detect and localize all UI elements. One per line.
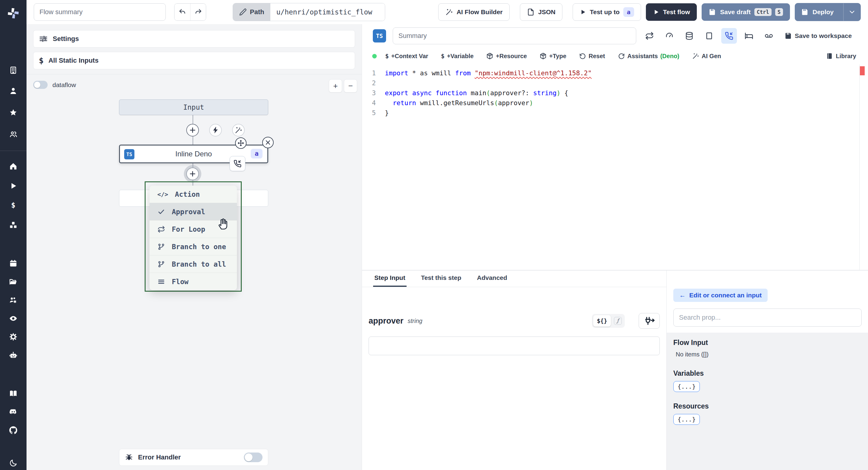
sidebar-item-home[interactable] (0, 156, 27, 176)
repeat-toggle-button[interactable] (642, 28, 657, 44)
save-to-workspace-button[interactable]: Save to workspace (784, 32, 852, 40)
dataflow-toggle[interactable] (33, 81, 48, 89)
sidebar-item-robot[interactable] (0, 346, 27, 364)
menu-item-flow[interactable]: Flow (150, 273, 237, 290)
save-draft-button[interactable]: Save draft Ctrl S (702, 3, 790, 21)
check-icon (157, 208, 165, 216)
summary-input[interactable] (393, 27, 636, 44)
flow-input-title: Flow Input (673, 339, 862, 347)
delete-step-button[interactable] (262, 137, 274, 148)
menu-item-branch-to-one[interactable]: Branch to one (150, 238, 237, 255)
sidebar-item-book-open[interactable] (0, 384, 27, 403)
insert-menu: </> Action Approval For Loop Branch to o… (150, 186, 237, 290)
sidebar-item-play[interactable] (0, 176, 27, 195)
add-resource-button[interactable]: +Resource (486, 53, 527, 60)
approver-value-input[interactable] (369, 337, 660, 355)
ai-flow-builder-button[interactable]: AI Flow Builder (438, 3, 510, 21)
sleep-button[interactable] (741, 28, 757, 44)
menu-item-for-loop[interactable]: For Loop (150, 220, 237, 238)
deploy-button[interactable]: Deploy (795, 3, 840, 21)
sidebar-item-moon[interactable] (0, 454, 27, 470)
code-line (385, 78, 592, 88)
sidebar-item-discord[interactable] (0, 403, 27, 421)
menu-item-approval[interactable]: Approval (150, 203, 237, 220)
path-edit-button[interactable]: Path (233, 3, 270, 21)
add-context-var-button[interactable]: $ +Context Var (385, 53, 428, 60)
fn-mode-button[interactable]: ƒ (614, 317, 622, 325)
zoom-in-button[interactable]: + (329, 79, 342, 93)
assistants-button[interactable]: Assistants (Deno) (618, 53, 679, 60)
suspend-approval-button[interactable] (721, 28, 737, 44)
sidebar-item-user[interactable] (0, 80, 27, 102)
sidebar-item-gear[interactable] (0, 327, 27, 346)
editor-actions-row: $ +Context Var $ +Variable +Resource +Ty… (362, 49, 868, 63)
svg-text:$: $ (11, 201, 16, 209)
ai-gen-button[interactable]: AI Gen (692, 53, 721, 60)
trigger-button[interactable] (209, 124, 222, 136)
zoom-out-button[interactable]: − (344, 79, 357, 93)
all-static-inputs-row[interactable]: $ All Static Inputs (33, 52, 355, 69)
undo-button[interactable] (175, 4, 190, 21)
cache-button[interactable] (681, 28, 697, 44)
settings-row[interactable]: Settings (33, 30, 355, 48)
insert-step-button-open[interactable] (186, 167, 199, 180)
plus-icon (189, 170, 196, 178)
connect-panel: ← Edit or connect an input Flow Input No… (666, 271, 868, 470)
step-node-inline-deno[interactable]: TS Inline Deno a (119, 145, 268, 163)
expr-mode-button[interactable]: ${} (593, 315, 611, 326)
code-editor[interactable]: 12345 import * as wmill from "npm:windmi… (362, 64, 868, 270)
tab-test-this-step[interactable]: Test this step (420, 271, 463, 287)
path-value[interactable]: u/henri/optimistic_flow (270, 3, 385, 21)
play-icon (653, 9, 659, 15)
error-handler-row[interactable]: Error Handler (119, 449, 268, 466)
sidebar-item-boxes[interactable] (0, 215, 27, 235)
concurrency-button[interactable] (661, 28, 677, 44)
menu-item-action[interactable]: </> Action (150, 186, 237, 203)
deploy-dropdown-button[interactable] (843, 3, 861, 21)
search-prop-input[interactable] (673, 309, 862, 326)
insert-step-button[interactable] (186, 124, 199, 136)
move-step-button[interactable] (235, 137, 247, 149)
sidebar-item-github[interactable] (0, 421, 27, 439)
test-flow-button[interactable]: Test flow (646, 3, 697, 21)
save-icon (801, 8, 809, 16)
variables-expand-button[interactable]: {...} (673, 381, 700, 392)
reset-button[interactable]: Reset (579, 53, 605, 60)
ai-step-button[interactable] (232, 124, 245, 136)
sidebar-item-calendar[interactable] (0, 254, 27, 272)
tab-step-input[interactable]: Step Input (373, 271, 407, 287)
error-handler-toggle[interactable] (244, 452, 262, 462)
divider (27, 74, 362, 74)
connect-panel-head: ← Edit or connect an input (667, 271, 868, 326)
flow-summary-input[interactable] (34, 3, 166, 21)
resources-expand-button[interactable]: {...} (673, 414, 700, 425)
dollar-icon: $ (441, 53, 444, 60)
test-up-to-button[interactable]: Test up to a (572, 3, 641, 21)
sidebar-item-building[interactable] (0, 60, 27, 80)
sidebar-item-eye[interactable] (0, 309, 27, 327)
connect-input-button[interactable] (639, 313, 660, 329)
input-node[interactable]: Input (119, 99, 268, 115)
library-button[interactable]: Library (826, 53, 856, 60)
field-row: approver string ${} ƒ (362, 313, 666, 329)
rotate-ccw-icon (579, 53, 586, 60)
sidebar-item-user-group[interactable] (0, 124, 27, 145)
early-stop-button[interactable] (761, 28, 777, 44)
discord-icon (9, 408, 18, 416)
sidebar-item-users-cog[interactable] (0, 291, 27, 309)
menu-item-branch-to-all[interactable]: Branch to all (150, 255, 237, 273)
edit-or-connect-button[interactable]: ← Edit or connect an input (673, 289, 768, 302)
tab-advanced[interactable]: Advanced (475, 271, 508, 287)
sidebar-item-folder-open[interactable] (0, 272, 27, 291)
redo-button[interactable] (190, 4, 206, 21)
phone-incoming-icon (724, 31, 734, 40)
add-variable-button[interactable]: $ +Variable (441, 53, 473, 60)
phone-incoming-icon (233, 159, 242, 168)
add-type-button[interactable]: +Type (539, 53, 566, 60)
sidebar-item-dollar[interactable]: $ (0, 195, 27, 215)
json-button[interactable]: JSON (520, 3, 562, 21)
refresh-icon (618, 53, 625, 60)
windmill-logo[interactable] (0, 0, 27, 27)
sidebar-item-star[interactable] (0, 102, 27, 124)
mock-button[interactable] (701, 28, 717, 44)
